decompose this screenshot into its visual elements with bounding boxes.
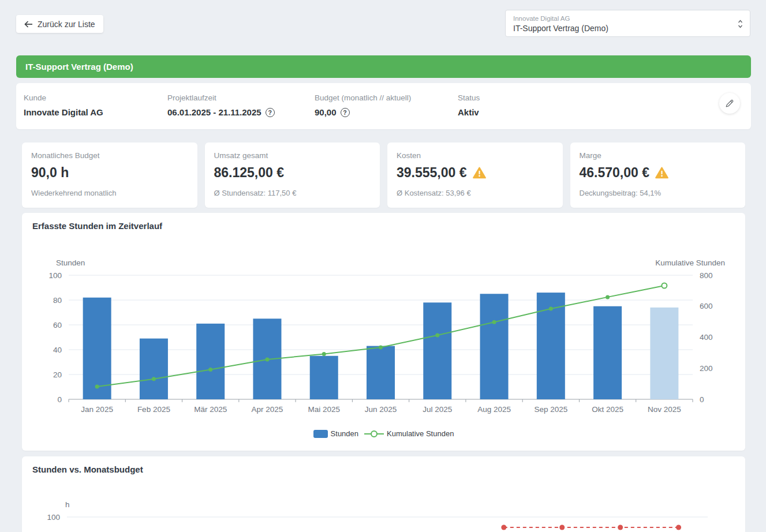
- project-banner: IT-Support Vertrag (Demo): [16, 55, 751, 78]
- back-button-label: Zurück zur Liste: [38, 20, 95, 29]
- svg-text:0: 0: [57, 395, 62, 404]
- arrow-left-icon: [24, 21, 33, 28]
- svg-text:200: 200: [700, 364, 713, 373]
- stat-card-monatliches-budget: Monatliches Budget 90,0 h Wiederkehrend …: [22, 143, 197, 208]
- svg-text:80: 80: [53, 296, 62, 305]
- bar-swatch-icon: [313, 430, 328, 438]
- stat-sub: Ø Kostensatz: 53,96 €: [397, 189, 554, 197]
- hours-vs-budget-chart-card: Stunden vs. Monatsbudget h100: [22, 456, 745, 532]
- svg-text:Kumulative Stunden: Kumulative Stunden: [655, 258, 725, 267]
- svg-text:Nov 2025: Nov 2025: [648, 405, 681, 414]
- info-field-kunde: Kunde Innovate Digital AG: [24, 93, 167, 129]
- stat-sub: Ø Stundensatz: 117,50 €: [214, 189, 371, 197]
- svg-text:h: h: [65, 500, 70, 509]
- info-value: 06.01.2025 - 21.11.2025: [167, 107, 261, 118]
- info-label: Projektlaufzeit: [167, 93, 315, 103]
- chart-title: Erfasste Stunden im Zeitverlauf: [32, 221, 735, 231]
- chart-title: Stunden vs. Monatsbudget: [32, 464, 735, 474]
- svg-text:Okt 2025: Okt 2025: [592, 405, 623, 414]
- edit-button[interactable]: [719, 93, 740, 114]
- svg-text:0: 0: [700, 395, 704, 404]
- info-value: 90,00: [315, 107, 337, 118]
- stat-sub: Deckungsbeitrag: 54,1%: [580, 189, 737, 197]
- svg-text:40: 40: [53, 346, 62, 354]
- legend-item-stunden[interactable]: Stunden: [313, 429, 358, 438]
- top-bar: Zurück zur Liste Innovate Digital AG IT-…: [0, 0, 766, 37]
- legend-label: Kumulative Stunden: [387, 429, 454, 438]
- svg-text:Aug 2025: Aug 2025: [477, 405, 511, 414]
- stat-label: Monatliches Budget: [31, 151, 188, 160]
- project-select-company: Innovate Digital AG: [513, 14, 733, 23]
- svg-text:100: 100: [48, 271, 62, 280]
- help-icon[interactable]: ?: [266, 108, 275, 117]
- hours-vs-budget-chart: h100: [32, 485, 735, 532]
- svg-text:Feb 2025: Feb 2025: [137, 405, 170, 414]
- svg-text:60: 60: [53, 321, 62, 329]
- svg-text:20: 20: [53, 370, 62, 379]
- svg-text:Jun 2025: Jun 2025: [365, 405, 397, 414]
- back-button[interactable]: Zurück zur Liste: [16, 15, 103, 33]
- project-select[interactable]: Innovate Digital AG IT-Support Vertrag (…: [505, 10, 750, 37]
- warning-icon: [655, 167, 668, 179]
- info-label: Status: [458, 93, 480, 103]
- info-field-status: Status Aktiv: [458, 93, 480, 129]
- info-field-budget: Budget (monatlich // aktuell) 90,00 ?: [315, 93, 458, 129]
- line-swatch-icon: [364, 430, 384, 438]
- chart-legend: Stunden Kumulative Stunden: [32, 429, 735, 438]
- svg-text:Stunden: Stunden: [56, 258, 85, 267]
- svg-text:Jul 2025: Jul 2025: [423, 405, 452, 414]
- stat-value: 90,0 h: [31, 165, 69, 181]
- hours-over-time-chart: 0204060801000200400600800StundenKumulati…: [32, 249, 735, 419]
- stat-card-marge: Marge 46.570,00 € Deckungsbeitrag: 54,1%: [570, 143, 746, 208]
- select-chevrons-icon: [738, 20, 743, 28]
- stat-value: 46.570,00 €: [580, 165, 650, 181]
- stat-label: Marge: [580, 151, 737, 160]
- warning-icon: [473, 167, 486, 179]
- svg-text:400: 400: [700, 333, 713, 342]
- project-select-value: IT-Support Vertrag (Demo): [513, 23, 733, 33]
- info-value: Aktiv: [458, 107, 479, 118]
- stat-label: Kosten: [397, 151, 554, 160]
- svg-text:100: 100: [47, 513, 60, 522]
- svg-text:Jan 2025: Jan 2025: [81, 405, 113, 414]
- legend-label: Stunden: [331, 429, 358, 438]
- svg-text:Sep 2025: Sep 2025: [534, 405, 567, 414]
- stat-label: Umsatz gesamt: [214, 151, 371, 160]
- project-info-card: Kunde Innovate Digital AG Projektlaufzei…: [16, 83, 751, 129]
- pencil-icon: [725, 99, 734, 108]
- svg-text:Mai 2025: Mai 2025: [308, 405, 340, 414]
- info-label: Kunde: [24, 93, 167, 103]
- stat-card-kosten: Kosten 39.555,00 € Ø Kostensatz: 53,96 €: [387, 143, 563, 208]
- legend-item-kumulative-stunden[interactable]: Kumulative Stunden: [364, 429, 454, 438]
- stat-value: 86.125,00 €: [214, 165, 285, 181]
- stat-value: 39.555,00 €: [397, 165, 467, 181]
- info-value: Innovate Digital AG: [24, 107, 103, 118]
- hours-over-time-chart-card: Erfasste Stunden im Zeitverlauf 02040608…: [22, 213, 745, 451]
- stats-row: Monatliches Budget 90,0 h Wiederkehrend …: [22, 143, 745, 208]
- stat-card-umsatz: Umsatz gesamt 86.125,00 € Ø Stundensatz:…: [205, 143, 380, 208]
- svg-text:Apr 2025: Apr 2025: [252, 405, 283, 414]
- project-banner-title: IT-Support Vertrag (Demo): [25, 62, 133, 72]
- svg-text:600: 600: [700, 302, 713, 310]
- info-label: Budget (monatlich // aktuell): [315, 93, 458, 103]
- stat-sub: Wiederkehrend monatlich: [31, 189, 188, 197]
- svg-text:800: 800: [700, 271, 713, 280]
- svg-text:Mär 2025: Mär 2025: [194, 405, 227, 414]
- help-icon[interactable]: ?: [341, 108, 350, 117]
- info-field-projektlaufzeit: Projektlaufzeit 06.01.2025 - 21.11.2025 …: [167, 93, 315, 129]
